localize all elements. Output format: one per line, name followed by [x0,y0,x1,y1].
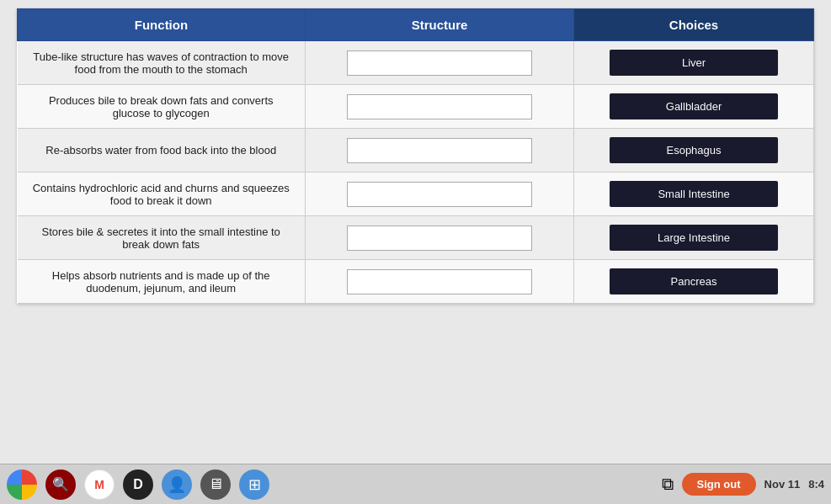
matching-table: Function Structure Choices Tube-like str… [17,8,814,304]
structure-cell [305,41,573,85]
function-header: Function [18,9,306,41]
choice-cell: Pancreas [574,260,814,304]
choice-button[interactable]: Gallbladder [610,93,778,119]
taskbar-left: 🔍 M D 👤 🖥 ⊞ [7,470,269,500]
main-content: Function Structure Choices Tube-like str… [0,0,831,464]
function-cell: Produces bile to break down fats and con… [18,85,306,129]
table-row: Stores bile & secretes it into the small… [18,216,814,260]
function-cell: Helps absorb nutrients and is made up of… [18,260,306,304]
choice-cell: Esophagus [574,129,814,172]
clock-display: 8:4 [808,478,824,491]
function-cell: Re-absorbs water from food back into the… [18,129,306,172]
structure-input[interactable] [347,50,532,76]
monitor-icon[interactable]: 🖥 [200,470,231,500]
table-row: Re-absorbs water from food back into the… [18,129,814,172]
taskbar: 🔍 M D 👤 🖥 ⊞ ⧉ Sign out Nov 11 8:4 [0,464,831,504]
structure-input[interactable] [347,182,532,207]
choice-button[interactable]: Pancreas [610,268,778,294]
function-cell: Stores bile & secretes it into the small… [18,216,306,260]
structure-input[interactable] [347,94,532,119]
search-icon[interactable]: 🔍 [45,470,76,500]
structure-cell [305,216,573,260]
choice-button[interactable]: Esophagus [610,137,778,163]
choice-cell: Small Intestine [574,172,814,216]
chrome-icon[interactable] [7,470,37,500]
function-cell: Contains hydrochloric acid and churns an… [18,172,306,216]
person-icon[interactable]: 👤 [162,470,192,500]
function-cell: Tube-like structure has waves of contrac… [18,41,306,85]
screenshot-icon[interactable]: ⧉ [662,475,674,494]
structure-header: Structure [305,9,573,41]
date-display: Nov 11 [764,478,801,491]
table-row: Produces bile to break down fats and con… [18,85,814,129]
structure-cell [305,260,573,304]
structure-cell [305,172,573,216]
table-row: Helps absorb nutrients and is made up of… [18,260,814,304]
grid-icon[interactable]: ⊞ [239,470,269,500]
structure-input[interactable] [347,138,532,163]
table-row: Tube-like structure has waves of contrac… [18,41,814,85]
taskbar-right: ⧉ Sign out Nov 11 8:4 [662,473,824,496]
sign-out-button[interactable]: Sign out [682,473,756,496]
structure-cell [305,129,573,172]
structure-input[interactable] [347,269,532,294]
docs-icon[interactable]: D [123,470,153,500]
choice-button[interactable]: Large Intestine [610,225,778,251]
choice-cell: Gallbladder [574,85,814,129]
choice-button[interactable]: Liver [610,50,778,76]
structure-input[interactable] [347,225,532,251]
structure-cell [305,85,573,129]
choice-cell: Large Intestine [574,216,814,260]
choice-cell: Liver [574,41,814,85]
gmail-icon[interactable]: M [84,470,115,500]
choices-header: Choices [574,9,814,41]
choice-button[interactable]: Small Intestine [610,181,778,207]
table-row: Contains hydrochloric acid and churns an… [18,172,814,216]
